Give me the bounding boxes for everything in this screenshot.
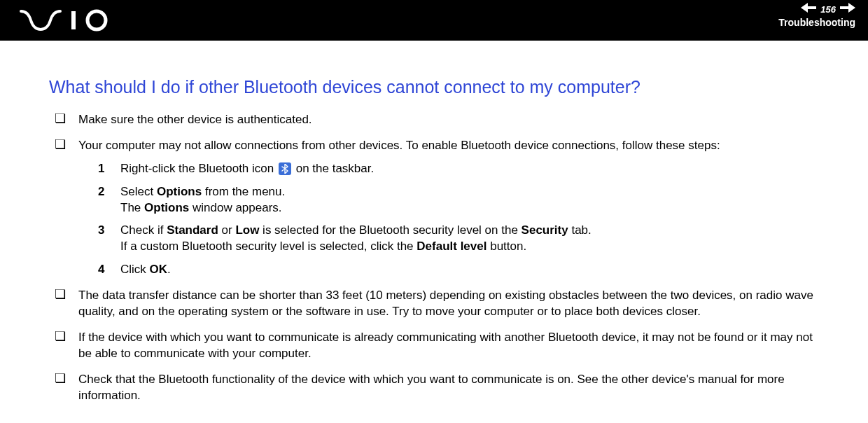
list-item: Check that the Bluetooth functionality o… — [49, 372, 819, 404]
section-label: Troubleshooting — [778, 17, 855, 28]
list-item: The data transfer distance can be shorte… — [49, 288, 819, 320]
step-text: The — [120, 201, 144, 214]
ui-term: OK — [150, 263, 168, 276]
step-text: button. — [486, 240, 526, 253]
step-text: If a custom Bluetooth security level is … — [120, 240, 416, 253]
svg-marker-3 — [840, 3, 855, 13]
step-text: or — [218, 223, 236, 237]
step-text: Right-click the Bluetooth icon — [120, 162, 277, 175]
step-number: 4 — [98, 262, 104, 278]
step-item: 2 Select Options from the menu. The Opti… — [78, 184, 819, 216]
svg-rect-0 — [71, 11, 76, 29]
step-item: 1 Right-click the Bluetooth icon on the … — [78, 161, 819, 177]
page-nav: 156 — [778, 3, 855, 15]
list-item: Make sure the other device is authentica… — [49, 112, 819, 128]
ui-term: Options — [157, 185, 202, 198]
step-text: Check if — [120, 223, 167, 237]
step-text: window appears. — [189, 201, 281, 214]
ui-term: Options — [144, 201, 189, 214]
svg-point-1 — [88, 11, 106, 29]
step-number: 3 — [98, 223, 104, 239]
bullet-list: Make sure the other device is authentica… — [49, 112, 819, 404]
page-heading: What should I do if other Bluetooth devi… — [49, 76, 819, 99]
steps-list: 1 Right-click the Bluetooth icon on the … — [78, 161, 819, 279]
step-text: is selected for the Bluetooth security l… — [259, 223, 521, 237]
svg-marker-2 — [801, 3, 816, 13]
bluetooth-icon — [279, 162, 291, 175]
ui-term: Security — [522, 223, 568, 237]
step-text: . — [167, 263, 171, 276]
bullet-text: The data transfer distance can be shorte… — [78, 289, 813, 318]
prev-page-arrow-icon[interactable] — [801, 3, 816, 15]
bullet-text: If the device with which you want to com… — [78, 331, 813, 360]
ui-term: Default level — [416, 240, 486, 253]
step-number: 1 — [98, 161, 104, 177]
list-item: Your computer may not allow connections … — [49, 138, 819, 279]
list-item: If the device with which you want to com… — [49, 330, 819, 362]
step-item: 4 Click OK. — [78, 262, 819, 278]
step-text: Select — [120, 185, 157, 198]
step-text: on the taskbar. — [293, 162, 374, 175]
bullet-text: Make sure the other device is authentica… — [78, 113, 312, 126]
step-text: from the menu. — [202, 185, 285, 198]
header-bar: 156 Troubleshooting — [0, 0, 868, 41]
ui-term: Standard — [167, 223, 218, 237]
header-right: 156 Troubleshooting — [778, 3, 855, 28]
step-text: Click — [120, 263, 150, 276]
step-number: 2 — [98, 184, 104, 200]
page-number: 156 — [820, 4, 836, 15]
step-text: tab. — [568, 223, 592, 237]
step-item: 3 Check if Standard or Low is selected f… — [78, 223, 819, 255]
next-page-arrow-icon[interactable] — [840, 3, 855, 15]
bullet-text: Your computer may not allow connections … — [78, 139, 720, 152]
content-area: What should I do if other Bluetooth devi… — [0, 41, 868, 423]
bullet-text: Check that the Bluetooth functionality o… — [78, 373, 785, 402]
ui-term: Low — [235, 223, 259, 237]
vaio-logo — [20, 8, 118, 35]
